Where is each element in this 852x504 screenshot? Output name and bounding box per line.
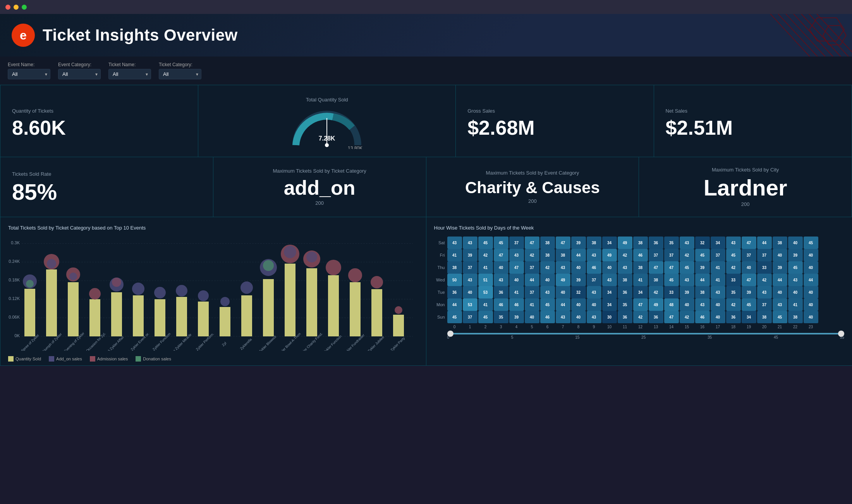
close-dot[interactable] [5, 5, 10, 10]
bottom-section: Total Tickets Sold by Ticket Category ba… [0, 217, 852, 366]
svg-point-36 [89, 288, 101, 300]
heatmap-cell: 37 [649, 249, 663, 261]
heatmap-cell: 43 [711, 286, 725, 298]
kpi-max-event-cat-value: Charity & Causes [465, 180, 600, 196]
heatmap-day-label: Mon [434, 302, 445, 307]
slider-labels: 0 5 15 25 35 45 55 [434, 335, 845, 339]
slider-track[interactable] [447, 333, 845, 334]
heatmap-cell: 36 [726, 311, 741, 323]
heatmap-cell: 42 [478, 249, 493, 261]
heatmap-cell: 40 [571, 298, 586, 311]
heatmap-cell: 47 [664, 311, 679, 323]
heatmap-cell: 47 [509, 261, 524, 274]
heatmap-panel: Hour Wise Tickets Sold by Days of the We… [426, 217, 852, 365]
heatmap-cell: 36 [649, 311, 663, 323]
heatmap-cell: 38 [757, 311, 772, 323]
heatmap-day-label: Sun [434, 315, 445, 319]
svg-rect-68 [306, 268, 317, 336]
heatmap-cell: 50 [447, 274, 462, 286]
heatmap-cell: 47 [525, 237, 539, 249]
maximize-dot[interactable] [22, 5, 27, 10]
svg-rect-51 [198, 302, 209, 336]
heatmap-cell: 43 [726, 237, 741, 249]
heatmap-cell: 43 [680, 274, 694, 286]
svg-rect-87 [136, 356, 141, 362]
heatmap-cell: 45 [494, 237, 508, 249]
heatmap-cell: 49 [618, 237, 632, 249]
heatmap-hour-label: 18 [726, 325, 741, 329]
heatmap-cell: 45 [788, 261, 803, 274]
svg-rect-42 [133, 295, 144, 336]
kpi-row-1: Quantity of Tickets 8.60K Total Quantity… [0, 85, 852, 157]
heatmap-cell: 34 [602, 237, 617, 249]
heatmap-cell: 53 [463, 298, 478, 311]
heatmap-cell: 37 [711, 249, 725, 261]
heatmap-cell: 35 [494, 311, 508, 323]
heatmap-cell: 40 [494, 261, 508, 274]
heatmap-cell: 41 [478, 261, 493, 274]
heatmap-hour-label: 23 [804, 325, 818, 329]
chart-legend: Quantity Sold Add_on sales Admission sal… [8, 356, 418, 362]
svg-line-1 [775, 14, 821, 57]
svg-text:A Zykler Affair: A Zykler Affair [107, 335, 125, 351]
heatmap-cell: 42 [757, 274, 772, 286]
heatmap-cell: 39 [788, 249, 803, 261]
svg-rect-84 [8, 356, 14, 362]
heatmap-cell: 42 [618, 249, 632, 261]
heatmap-cell: 38 [447, 261, 462, 274]
event-name-select[interactable]: All [8, 69, 50, 79]
legend-donation: Donation sales [136, 356, 171, 362]
heatmap-day-label: Sat [434, 240, 445, 245]
bar-chart-title: Total Tickets Sold by Ticket Category ba… [8, 225, 418, 231]
minimize-dot[interactable] [14, 5, 19, 10]
svg-point-29 [47, 259, 56, 268]
kpi-gauge-label: Total Quantity Sold [306, 97, 348, 103]
event-category-select[interactable]: All [58, 69, 101, 79]
heatmap-cell: 39 [680, 286, 694, 298]
heatmap-cell: 44 [695, 274, 710, 286]
bar-chart-area: 0.3K 0.24K 0.18K 0.12K 0.06K 0K A Spree … [8, 237, 418, 352]
heatmap-cell: 34 [602, 286, 617, 298]
slider-thumb-right[interactable] [838, 331, 844, 337]
kpi-max-city-label: Maximum Tickets Sold by City [712, 167, 779, 173]
heatmap-cell: 46 [509, 298, 524, 311]
gauge-svg: 7.28K 13.80K [288, 106, 366, 149]
heatmap-cell: 30 [602, 311, 617, 323]
heatmap-hour-label: 7 [556, 325, 570, 329]
kpi-quantity-label: Quantity of Tickets [12, 108, 53, 114]
heatmap-cell: 42 [633, 311, 648, 323]
heatmap-cell: 39 [742, 286, 756, 298]
header-decoration [697, 14, 852, 57]
heatmap-cell: 38 [587, 237, 601, 249]
heatmap-cell: 37 [757, 249, 772, 261]
svg-point-82 [395, 306, 402, 314]
filter-event-category-wrapper: All [58, 69, 101, 79]
heatmap-cell: 40 [556, 286, 570, 298]
svg-rect-27 [46, 269, 57, 336]
ticket-category-select[interactable]: All [159, 69, 201, 79]
kpi-gross: Gross Sales $2.68M [456, 85, 654, 157]
filter-ticket-category-label: Ticket Category: [159, 62, 201, 67]
legend-admission: Admission sales [90, 356, 128, 362]
heatmap-row-fri: Fri4139424743423838444349424637374245374… [434, 249, 845, 261]
heatmap-cell: 47 [664, 261, 679, 274]
heatmap-cell: 38 [556, 249, 570, 261]
svg-text:7.28K: 7.28K [319, 135, 335, 142]
heatmap-hour-label: 22 [788, 325, 803, 329]
window-chrome [0, 0, 852, 14]
svg-point-33 [69, 273, 77, 280]
heatmap-cell: 43 [773, 298, 787, 311]
heatmap-cell: 43 [494, 274, 508, 286]
ticket-name-select[interactable]: All [108, 69, 151, 79]
heatmap-cell: 43 [587, 286, 601, 298]
svg-point-8 [325, 143, 329, 147]
svg-text:Zykler Function: Zykler Function [323, 334, 343, 351]
svg-text:Zykler Jubilee: Zykler Jubilee [367, 335, 385, 351]
heatmap-cell: 53 [478, 286, 493, 298]
heatmap-cell: 45 [726, 249, 741, 261]
legend-quantity: Quantity Sold [8, 356, 41, 362]
svg-text:Zyklerella: Zyklerella [239, 338, 253, 351]
heatmap-cell: 33 [757, 261, 772, 274]
slider-thumb-left[interactable] [447, 331, 453, 337]
heatmap-cell: 40 [540, 274, 555, 286]
